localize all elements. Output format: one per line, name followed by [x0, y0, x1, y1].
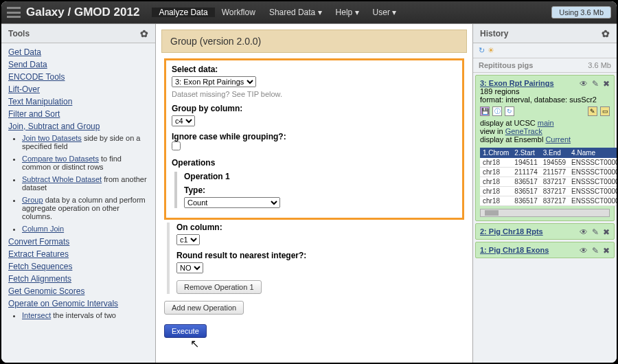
edit-icon[interactable]: ✎	[592, 246, 599, 255]
tools-panel-title: Tools	[8, 29, 30, 38]
delete-icon[interactable]: ✖	[603, 227, 610, 237]
on-column-dropdown[interactable]: c1	[176, 234, 200, 245]
type-label: Type:	[184, 185, 457, 195]
usage-indicator[interactable]: Using 3.6 Mb	[551, 6, 611, 19]
ensembl-link[interactable]: Current	[545, 135, 571, 144]
history-item-1[interactable]: 👁✎✖ 1: Pig Chr18 Exons	[475, 242, 615, 258]
history-name[interactable]: Repititous pigs	[479, 61, 588, 69]
table-row: chr18836517837217ENSSSCT00000017	[480, 187, 617, 196]
table-row: chr18194511194559ENSSSCT00000017	[480, 158, 617, 168]
delete-icon[interactable]: ✖	[603, 246, 610, 255]
history-item-2[interactable]: 👁✎✖ 2: Pig Chr18 Rpts	[475, 223, 615, 240]
rerun-icon[interactable]: ↻	[505, 106, 514, 116]
tool-link[interactable]: Fetch Sequences	[8, 262, 148, 271]
round-dropdown[interactable]: NO	[176, 262, 203, 273]
tool-link[interactable]: Fetch Alignments	[8, 274, 148, 284]
nav-shared-data[interactable]: Shared Data ▾	[262, 8, 329, 17]
tool-link[interactable]: Send Data	[8, 60, 148, 69]
horizontal-scrollbar[interactable]	[480, 209, 610, 217]
on-column-label: On column:	[176, 223, 464, 232]
tool-sublink[interactable]: Compare two Datasets	[22, 155, 99, 163]
remove-operation-button[interactable]: Remove Operation 1	[176, 280, 262, 294]
nav-user[interactable]: User ▾	[366, 8, 404, 17]
table-row: chr18836517837217ENSSSCT00000017	[480, 196, 617, 206]
highlighted-params: Select data: 3: Exon Rpt Pairings Datase…	[164, 58, 464, 220]
tool-link[interactable]: Filter and Sort	[8, 109, 148, 119]
history-format: format: interval, database: susScr2	[480, 95, 610, 104]
tool-sublink[interactable]: Join two Datasets	[22, 134, 82, 142]
nav-analyze-data[interactable]: Analyze Data	[152, 8, 214, 17]
execute-button[interactable]: Execute	[164, 324, 207, 338]
info-icon[interactable]: ⓘ	[492, 106, 502, 116]
nav-help[interactable]: Help ▾	[329, 8, 366, 17]
ignore-case-checkbox[interactable]	[172, 141, 181, 150]
history-size: 3.6 Mb	[588, 61, 611, 69]
refresh-icon[interactable]: ↻	[479, 46, 485, 55]
sun-icon[interactable]: ☀	[488, 46, 494, 55]
tool-link[interactable]: Lift-Over	[8, 84, 148, 94]
select-data-dropdown[interactable]: 3: Exon Rpt Pairings	[172, 76, 256, 87]
genetrack-link[interactable]: GeneTrack	[505, 127, 542, 135]
history-item-3[interactable]: 👁✎✖ 3: Exon Rpt Pairings 189 regions for…	[475, 75, 615, 221]
table-row: chr18211174211577ENSSSCT00000017	[480, 168, 617, 177]
operations-label: Operations	[172, 158, 457, 168]
edit-icon[interactable]: ✎	[592, 79, 599, 89]
eye-icon[interactable]: 👁	[580, 246, 588, 255]
brand-title: Galaxy / GMOD 2012	[26, 5, 139, 19]
ignore-case-label: Ignore case while grouping?:	[172, 132, 457, 141]
annotate-icon[interactable]: ▭	[600, 106, 610, 116]
tool-sublink[interactable]: Column Join	[22, 225, 64, 233]
group-by-label: Group by column:	[172, 104, 457, 113]
gear-icon[interactable]: ✿	[140, 28, 148, 39]
ucsc-link[interactable]: main	[538, 119, 554, 127]
tool-sublink[interactable]: Subtract Whole Dataset	[22, 175, 102, 183]
edit-icon[interactable]: ✎	[592, 227, 599, 237]
tool-title: Group (version 2.0.0)	[161, 30, 467, 53]
tool-link[interactable]: Convert Formats	[8, 237, 148, 247]
save-icon[interactable]: 💾	[480, 106, 490, 116]
history-panel-title: History	[480, 29, 508, 38]
tools-list: Get Data Send Data ENCODE Tools Lift-Ove…	[1, 43, 155, 363]
tool-sublink[interactable]: Group	[22, 196, 43, 204]
tag-icon[interactable]: ✎	[588, 106, 597, 116]
nav-workflow[interactable]: Workflow	[215, 8, 262, 17]
galaxy-logo-icon	[7, 7, 21, 18]
preview-table: 1.Chrom2.Start3.End4.Name chr18194511194…	[480, 148, 617, 206]
tool-link[interactable]: Get Genomic Scores	[8, 286, 148, 296]
type-dropdown[interactable]: Count	[184, 197, 280, 208]
gear-icon[interactable]: ✿	[602, 28, 610, 39]
tool-link[interactable]: Get Data	[8, 47, 148, 57]
operation-title: Operation 1	[184, 172, 457, 181]
round-label: Round result to nearest integer?:	[176, 251, 464, 260]
eye-icon[interactable]: 👁	[580, 227, 588, 237]
tip-text: Dataset missing? See TIP below.	[172, 90, 457, 98]
tool-link[interactable]: Join, Subtract and Group	[8, 122, 148, 131]
tool-link[interactable]: Text Manipulation	[8, 97, 148, 106]
delete-icon[interactable]: ✖	[603, 79, 610, 89]
tool-link[interactable]: Extract Features	[8, 249, 148, 259]
tool-sublink[interactable]: Intersect	[22, 311, 51, 319]
select-data-label: Select data:	[172, 65, 457, 74]
group-by-dropdown[interactable]: c4	[172, 115, 195, 126]
tool-link[interactable]: Operate on Genomic Intervals	[8, 299, 148, 308]
table-row: chr18836517837217ENSSSCT00000017	[480, 177, 617, 187]
add-operation-button[interactable]: Add new Operation	[164, 301, 244, 315]
tool-link[interactable]: ENCODE Tools	[8, 72, 148, 82]
eye-icon[interactable]: 👁	[580, 79, 588, 89]
